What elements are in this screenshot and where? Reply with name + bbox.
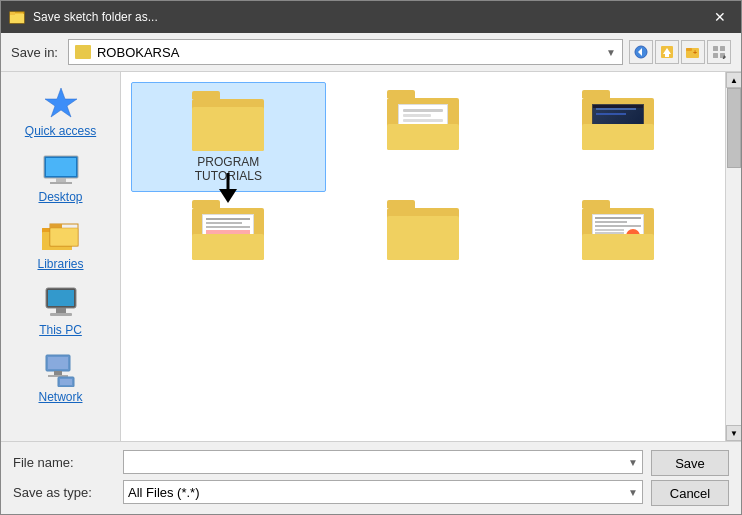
svg-rect-7	[665, 53, 669, 57]
toolbar: Save in: ROBOKARSA ▼	[1, 33, 741, 72]
file-name-input[interactable]: ▼	[123, 450, 643, 474]
chevron-down-icon: ▼	[628, 487, 638, 498]
svg-rect-19	[56, 178, 66, 182]
save-type-combo[interactable]: All Files (*.*) ▼	[123, 480, 643, 504]
scroll-down-button[interactable]: ▼	[726, 425, 741, 441]
sidebar-item-desktop[interactable]: Desktop	[1, 146, 120, 210]
svg-rect-2	[10, 12, 15, 15]
save-in-label: Save in:	[11, 45, 58, 60]
folder-icon	[192, 91, 264, 151]
svg-rect-33	[54, 371, 62, 375]
bottom-bar: File name: ▼ Save as type: All Files (*.…	[1, 441, 741, 514]
chevron-down-icon: ▼	[606, 47, 616, 58]
title-bar: Save sketch folder as... ✕	[1, 1, 741, 33]
scroll-up-button[interactable]: ▲	[726, 72, 741, 88]
dialog-icon	[9, 9, 25, 25]
list-item[interactable]: PROGRAM TUTORIALS	[131, 82, 326, 192]
folder-docs2-icon: 10	[582, 200, 654, 260]
list-item[interactable]	[131, 192, 326, 272]
scrollbar-track[interactable]	[726, 88, 741, 425]
libraries-icon	[41, 219, 81, 255]
desktop-icon	[41, 152, 81, 188]
svg-rect-9	[686, 48, 692, 51]
list-item[interactable]	[326, 192, 521, 272]
svg-rect-12	[720, 46, 725, 51]
sidebar-item-this-pc[interactable]: This PC	[1, 279, 120, 343]
file-label: PROGRAM TUTORIALS	[178, 155, 278, 183]
folder-with-paper-icon	[387, 90, 459, 150]
save-type-row: Save as type: All Files (*.*) ▼	[13, 480, 643, 504]
svg-marker-16	[45, 88, 77, 117]
bottom-form: File name: ▼ Save as type: All Files (*.…	[13, 450, 729, 506]
sidebar-item-quick-access[interactable]: Quick access	[1, 80, 120, 144]
file-name-label: File name:	[13, 455, 123, 470]
views-button[interactable]	[707, 40, 731, 64]
list-item[interactable]: 10	[520, 192, 715, 272]
svg-rect-13	[713, 53, 718, 58]
svg-rect-29	[56, 308, 66, 313]
network-icon	[41, 352, 81, 388]
folder-docs-icon	[192, 200, 264, 260]
up-button[interactable]	[655, 40, 679, 64]
this-pc-icon	[41, 285, 81, 321]
svg-rect-1	[10, 14, 24, 23]
svg-rect-18	[46, 158, 76, 176]
svg-rect-36	[60, 379, 72, 385]
svg-rect-26	[50, 228, 78, 246]
save-type-label: Save as type:	[13, 485, 123, 500]
bottom-fields: File name: ▼ Save as type: All Files (*.…	[13, 450, 643, 504]
back-button[interactable]	[629, 40, 653, 64]
list-item[interactable]	[326, 82, 521, 192]
dialog-buttons: Save Cancel	[651, 450, 729, 506]
cancel-button[interactable]: Cancel	[651, 480, 729, 506]
folder-dark-icon	[582, 90, 654, 150]
file-name-row: File name: ▼	[13, 450, 643, 474]
sidebar-label-libraries: Libraries	[37, 257, 83, 271]
chevron-down-icon: ▼	[628, 457, 638, 468]
scrollbar[interactable]: ▲ ▼	[725, 72, 741, 441]
sidebar-label-desktop: Desktop	[38, 190, 82, 204]
sidebar: Quick access Desktop	[1, 72, 121, 441]
new-folder-button[interactable]: +	[681, 40, 705, 64]
combo-folder-icon	[75, 45, 91, 59]
svg-rect-30	[50, 313, 72, 316]
close-button[interactable]: ✕	[707, 4, 733, 30]
sidebar-label-quick-access: Quick access	[25, 124, 96, 138]
dialog-title: Save sketch folder as...	[33, 10, 707, 24]
svg-rect-11	[713, 46, 718, 51]
folder-plain-icon	[387, 200, 459, 260]
file-grid: PROGRAM TUTORIALS	[121, 72, 725, 441]
sidebar-label-this-pc: This PC	[39, 323, 82, 337]
save-type-value: All Files (*.*)	[128, 485, 200, 500]
combo-text: ROBOKARSA	[97, 45, 600, 60]
save-in-combo[interactable]: ROBOKARSA ▼	[68, 39, 623, 65]
sidebar-item-libraries[interactable]: Libraries	[1, 213, 120, 277]
svg-rect-32	[48, 357, 68, 369]
sidebar-label-network: Network	[38, 390, 82, 404]
scrollbar-thumb[interactable]	[727, 88, 741, 168]
file-area: PROGRAM TUTORIALS	[121, 72, 725, 441]
main-area: Quick access Desktop	[1, 72, 741, 441]
quick-access-icon	[41, 86, 81, 122]
svg-rect-28	[48, 290, 74, 306]
list-item[interactable]	[520, 82, 715, 192]
save-dialog: Save sketch folder as... ✕ Save in: ROBO…	[0, 0, 742, 515]
save-button[interactable]: Save	[651, 450, 729, 476]
nav-buttons: +	[629, 40, 731, 64]
svg-rect-20	[50, 182, 72, 184]
svg-text:+: +	[693, 49, 697, 56]
sidebar-item-network[interactable]: Network	[1, 346, 120, 410]
